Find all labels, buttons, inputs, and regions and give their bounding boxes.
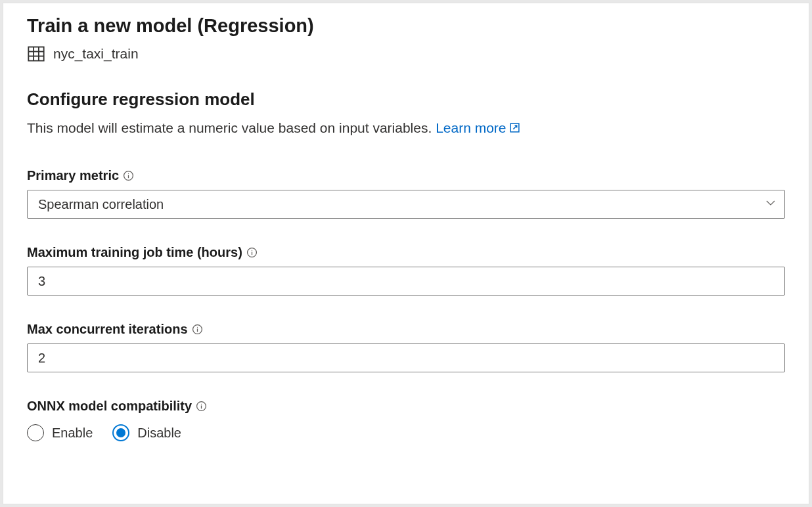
learn-more-link[interactable]: Learn more [436,120,520,135]
max-concurrent-iterations-label: Max concurrent iterations [27,322,188,337]
section-description: This model will estimate a numeric value… [27,120,785,137]
onnx-enable-radio[interactable]: Enable [27,424,93,441]
onnx-disable-radio[interactable]: Disable [112,424,181,441]
max-training-time-label: Maximum training job time (hours) [27,245,242,260]
page-title: Train a new model (Regression) [27,15,785,37]
radio-unchecked-icon [27,424,44,441]
svg-point-7 [128,173,129,174]
max-training-time-field: Maximum training job time (hours) [27,245,785,296]
train-model-panel: Train a new model (Regression) nyc_taxi_… [3,3,809,504]
primary-metric-select[interactable]: Spearman correlation [27,190,785,219]
info-icon[interactable] [123,170,134,181]
field-label-row: ONNX model compatibility [27,399,785,414]
onnx-compatibility-field: ONNX model compatibility Enable Disable [27,399,785,441]
max-concurrent-iterations-field: Max concurrent iterations [27,322,785,372]
external-link-icon [509,121,520,137]
dataset-name: nyc_taxi_train [53,46,139,62]
svg-point-13 [196,327,197,328]
radio-dot [116,428,125,437]
onnx-enable-label: Enable [52,426,93,441]
onnx-disable-label: Disable [137,426,181,441]
field-label-row: Maximum training job time (hours) [27,245,785,260]
svg-rect-0 [28,47,43,61]
section-description-text: This model will estimate a numeric value… [27,120,436,135]
section-title: Configure regression model [27,89,785,110]
info-icon[interactable] [246,247,258,258]
svg-point-16 [201,404,202,405]
primary-metric-field: Primary metric Spearman correlation [27,168,785,219]
onnx-label: ONNX model compatibility [27,399,192,414]
field-label-row: Max concurrent iterations [27,322,785,337]
learn-more-label: Learn more [436,120,506,135]
info-icon[interactable] [192,324,203,335]
max-concurrent-iterations-input[interactable] [27,343,785,372]
primary-metric-label: Primary metric [27,168,119,183]
info-icon[interactable] [196,401,207,412]
table-icon [27,45,45,63]
field-label-row: Primary metric [27,168,785,183]
dataset-row: nyc_taxi_train [27,45,785,63]
radio-checked-icon [112,424,129,441]
onnx-radio-group: Enable Disable [27,424,785,441]
svg-point-10 [252,250,252,251]
primary-metric-value: Spearman correlation [38,197,164,212]
max-training-time-input[interactable] [27,267,785,296]
